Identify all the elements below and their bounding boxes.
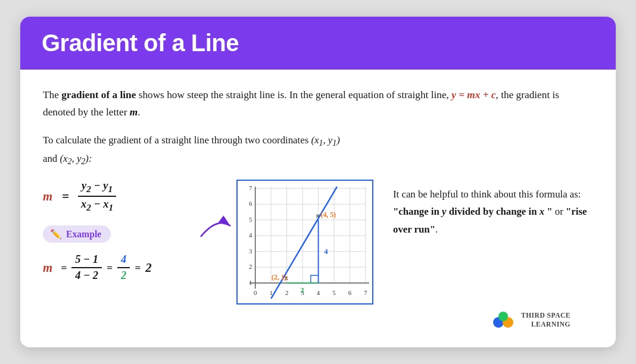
coords-paragraph: To calculate the gradient of a straight … — [43, 132, 593, 169]
svg-text:7: 7 — [249, 184, 252, 192]
pencil-icon: ✏️ — [50, 228, 62, 240]
svg-text:2: 2 — [285, 289, 288, 296]
intro-period: . — [138, 106, 140, 118]
tsl-logo-icon — [492, 310, 515, 330]
main-formula: m = y2 − y1 x2 − x1 — [43, 180, 198, 212]
coords-and: and — [43, 153, 60, 164]
example-eq1: = — [61, 262, 67, 274]
right-column: It can be helpful to think about this fo… — [376, 180, 593, 238]
arrow-col — [198, 215, 233, 238]
example-eq3: = — [135, 262, 141, 274]
svg-text:1: 1 — [249, 279, 252, 286]
svg-text:1: 1 — [269, 289, 272, 296]
coord2-display: (x2, y2): — [60, 153, 92, 164]
svg-text:4: 4 — [324, 247, 328, 256]
svg-text:4: 4 — [317, 289, 320, 296]
example-badge: ✏️ Example — [43, 225, 111, 243]
page-header: Gradient of a Line — [20, 17, 616, 70]
formula-equals: = — [62, 189, 69, 203]
coordinate-graph: 1 2 3 4 5 6 7 0 1 2 3 4 5 6 7 — [236, 180, 373, 305]
svg-text:6: 6 — [249, 200, 252, 207]
example-eq2: = — [107, 262, 113, 274]
intro-text-mid: shows how steep the straight line is. In… — [136, 89, 451, 101]
equation-display: y = mx + c — [451, 89, 495, 101]
svg-text:×: × — [316, 212, 320, 221]
m-letter-display: m — [130, 106, 138, 118]
graph-column: 1 2 3 4 5 6 7 0 1 2 3 4 5 6 7 — [233, 180, 376, 305]
example-calculation: m = 5 − 1 4 − 2 = 4 2 = 2 — [43, 253, 198, 282]
svg-text:(2, 1): (2, 1) — [272, 274, 287, 281]
page-title: Gradient of a Line — [42, 30, 594, 57]
svg-text:4: 4 — [249, 231, 252, 239]
svg-text:2: 2 — [300, 286, 304, 294]
content-area: The gradient of a line shows how steep t… — [20, 70, 616, 347]
example-label: Example — [66, 229, 101, 240]
svg-text:7: 7 — [364, 289, 367, 296]
example-frac2-top: 4 — [117, 253, 130, 268]
example-fraction1: 5 − 1 4 − 2 — [71, 253, 102, 282]
intro-paragraph: The gradient of a line shows how steep t… — [43, 86, 593, 121]
tip-paragraph: It can be helpful to think about this fo… — [393, 186, 593, 238]
example-result: 2 — [145, 261, 151, 275]
svg-text:3: 3 — [249, 247, 252, 255]
svg-text:5: 5 — [332, 289, 335, 296]
arrow-icon — [199, 215, 232, 238]
coord1-display: (x1, y1) — [311, 134, 339, 146]
intro-text-before: The — [43, 89, 61, 101]
example-frac1-bot: 4 − 2 — [71, 268, 102, 282]
fraction-numerator: y2 − y1 — [78, 180, 116, 197]
main-card: Gradient of a Line The gradient of a lin… — [20, 17, 616, 347]
coords-text-before: To calculate the gradient of a straight … — [43, 134, 311, 146]
logo-text: THIRD SPACELEARNING — [521, 311, 570, 329]
logo-row: THIRD SPACELEARNING — [43, 305, 593, 335]
left-column: m = y2 − y1 x2 − x1 ✏️ Example m = — [43, 180, 198, 282]
example-frac1-top: 5 − 1 — [71, 253, 102, 268]
example-m: m — [43, 261, 52, 275]
svg-text:5: 5 — [249, 216, 252, 223]
example-frac2-bot: 2 — [117, 268, 130, 282]
svg-text:(4, 5): (4, 5) — [320, 211, 336, 219]
formula-m: m — [43, 189, 52, 203]
svg-text:6: 6 — [348, 289, 352, 296]
main-content-row: m = y2 − y1 x2 − x1 ✏️ Example m = — [43, 180, 593, 305]
fraction-denominator: x2 − x1 — [77, 197, 117, 213]
bold-phrase: gradient of a line — [61, 89, 136, 101]
svg-text:0: 0 — [254, 289, 257, 296]
svg-text:2: 2 — [249, 263, 252, 270]
example-fraction2: 4 2 — [117, 253, 130, 282]
main-fraction: y2 − y1 x2 − x1 — [77, 180, 117, 212]
svg-point-45 — [498, 312, 508, 321]
